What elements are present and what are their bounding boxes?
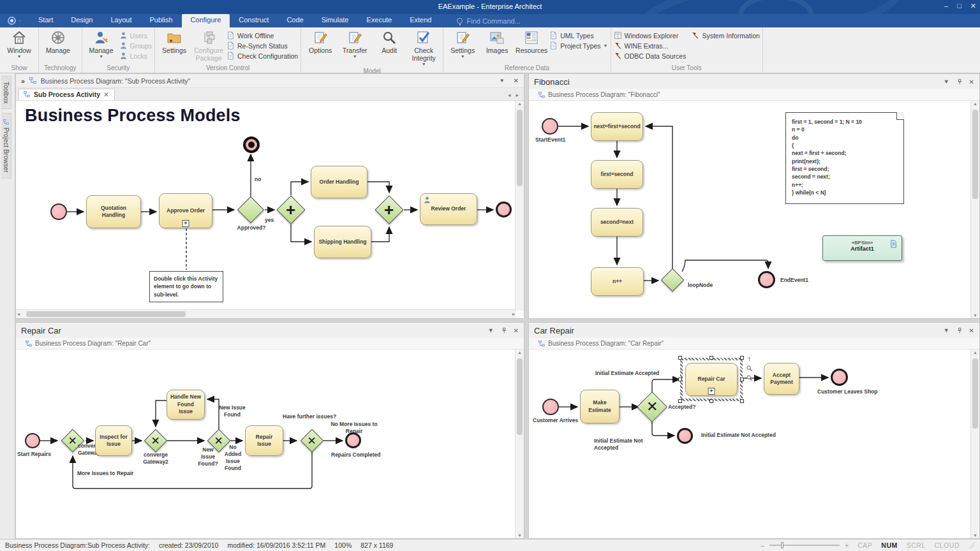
activity-shipping-handling[interactable]: Shipping Handling	[314, 226, 371, 258]
odbc-data-sources-button[interactable]: ODBC Data Sources	[614, 52, 687, 60]
window-button[interactable]: Window▼	[3, 29, 36, 59]
pane-menu-caret-icon[interactable]: ▼	[944, 327, 949, 334]
selection-handle[interactable]	[678, 399, 682, 403]
repair-car-canvas[interactable]: Start Repairs ✕ converge Gateway1 Inspec…	[16, 349, 516, 539]
pin-icon[interactable]	[956, 78, 963, 85]
pane-close-icon[interactable]: ✕	[514, 327, 519, 334]
tab-code[interactable]: Code	[278, 14, 312, 27]
images-button[interactable]: Images	[480, 29, 514, 54]
activity-approve-order[interactable]: Approve Order+	[159, 193, 212, 228]
activity-repair-car[interactable]: Repair Car+	[685, 363, 738, 396]
zoom-out-button[interactable]: –	[761, 541, 764, 549]
toolbox-docked-tab[interactable]: Toolbox	[1, 76, 11, 109]
find-command-box[interactable]: Find Command...	[457, 14, 520, 27]
tab-construct[interactable]: Construct	[230, 14, 278, 27]
minimize-button[interactable]: –	[944, 2, 948, 10]
gateway-accepted[interactable]: ✕	[637, 392, 667, 422]
selection-handle[interactable]	[740, 378, 744, 381]
car-repair-canvas[interactable]: Customer Arrives Make Estimate ✕ Accepte…	[529, 349, 972, 539]
transfer-button[interactable]: Transfer▼	[338, 29, 371, 59]
gateway-have-further-issues[interactable]: ✕	[301, 429, 324, 453]
audit-button[interactable]: Audit	[373, 29, 406, 54]
resources-button[interactable]: Resources	[515, 29, 548, 54]
tab-layout[interactable]: Layout	[101, 14, 140, 27]
fibonacci-canvas[interactable]: StartEvent1 next=first+second first=seco…	[529, 101, 972, 319]
pane-close-icon[interactable]: ✕	[969, 78, 974, 85]
zoom-in-button[interactable]: +	[845, 541, 849, 549]
tab-scroll-left-icon[interactable]: ◂	[508, 92, 511, 98]
close-button[interactable]: ✕	[970, 2, 976, 10]
project-browser-docked-tab[interactable]: Project Browser	[1, 113, 11, 179]
maximize-button[interactable]: □	[957, 2, 961, 10]
system-information-button[interactable]: System Information	[691, 31, 759, 40]
groups-button[interactable]: Groups	[119, 41, 152, 50]
resize-grip[interactable]	[969, 542, 975, 548]
parallel-gateway-split[interactable]: +	[276, 195, 305, 224]
activity-quotation-handling[interactable]: Quotation Handling	[86, 195, 141, 228]
end-event-customer-leaves[interactable]	[831, 369, 848, 386]
code-note[interactable]: first = 1, second = 1; N = 10 n = 0 do {…	[785, 112, 904, 204]
parallel-gateway-join[interactable]: +	[375, 195, 403, 224]
zoom-slider-thumb[interactable]	[781, 542, 783, 548]
tab-execute[interactable]: Execute	[357, 14, 401, 27]
link-icon[interactable]	[746, 365, 753, 372]
quick-action-icons[interactable]: ↑	[746, 355, 753, 381]
selection-handle[interactable]	[740, 356, 744, 360]
gateway-approved[interactable]	[237, 196, 264, 223]
options-button[interactable]: Options	[304, 29, 337, 54]
vertical-scrollbar[interactable]: ▴▾	[970, 349, 979, 539]
end-event-repairs-completed[interactable]	[345, 432, 361, 448]
up-arrow-icon[interactable]: ↑	[748, 355, 752, 362]
project-types-button[interactable]: Project Types▼	[549, 41, 607, 50]
vertical-scrollbar[interactable]: ▴▾	[970, 101, 979, 319]
tab-start[interactable]: Start	[29, 14, 62, 27]
configure-package-button[interactable]: Configure Package	[192, 29, 225, 62]
overflow-chevron-icon[interactable]: »	[21, 77, 25, 85]
resynch-status-button[interactable]: Re-Synch Status	[226, 41, 298, 50]
end-event[interactable]	[496, 202, 512, 217]
doc-menu-caret-icon[interactable]: ▼	[500, 78, 505, 84]
activity-second-next[interactable]: second=next	[591, 208, 643, 237]
wine-extras-button[interactable]: WINE Extras...	[614, 41, 687, 50]
activity-handle-new-found-issue[interactable]: Handle New Found Issue	[167, 390, 205, 420]
tab-configure[interactable]: Configure	[182, 14, 230, 27]
doc-close-icon[interactable]: ✕	[514, 77, 519, 84]
selection-handle[interactable]	[678, 356, 682, 360]
check-configuration-button[interactable]: Check Configuration	[226, 52, 298, 60]
gateway-converge2[interactable]: ✕	[144, 429, 168, 453]
users-button[interactable]: Users	[119, 31, 152, 40]
manage-security-button[interactable]: Manage▼	[85, 29, 118, 59]
refdata-settings-button[interactable]: Settings▼	[446, 29, 479, 59]
locks-button[interactable]: Locks	[119, 52, 152, 60]
pin-icon[interactable]	[956, 327, 963, 334]
start-event[interactable]	[25, 433, 40, 448]
pin-icon[interactable]	[500, 327, 507, 334]
activity-first-second[interactable]: first=second	[591, 160, 643, 189]
activity-order-handling[interactable]: Order Handling	[311, 166, 368, 198]
sub-process-canvas[interactable]: Business Process Models	[16, 101, 516, 311]
vertical-scrollbar[interactable]: ▴▾	[515, 349, 524, 539]
horizontal-scrollbar[interactable]: ◂▸	[16, 309, 516, 318]
activity-n-plus-plus[interactable]: n++	[591, 267, 644, 296]
zoom-icon[interactable]	[746, 374, 753, 381]
check-integrity-button[interactable]: Check Integrity▼	[407, 29, 440, 67]
end-event-not-accepted[interactable]	[677, 428, 693, 444]
tab-sub-process-activity[interactable]: Sub Process Activity ✕	[19, 89, 115, 100]
vertical-scrollbar[interactable]: ▴	[515, 101, 524, 311]
manage-technology-button[interactable]: Manage	[41, 29, 75, 54]
tab-simulate[interactable]: Simulate	[313, 14, 358, 27]
activity-review-order[interactable]: Review Order	[420, 193, 477, 225]
activity-inspect-for-issue[interactable]: Inspect for Issue	[95, 425, 132, 456]
work-offline-button[interactable]: Work Offline	[226, 31, 298, 40]
vc-settings-button[interactable]: Settings	[158, 29, 191, 54]
activity-make-estimate[interactable]: Make Estimate	[580, 390, 620, 423]
tab-close-icon[interactable]: ✕	[103, 91, 109, 98]
terminate-event[interactable]	[243, 136, 260, 153]
selection-handle[interactable]	[740, 399, 744, 403]
activity-next-first-second[interactable]: next=first+second	[591, 112, 643, 141]
tab-scroll-right-icon[interactable]: ▸	[516, 92, 519, 98]
activity-accept-payment[interactable]: Accept Payment	[764, 363, 799, 395]
tab-publish[interactable]: Publish	[141, 14, 182, 27]
note-double-click[interactable]: Double click this Activity element to go…	[149, 271, 223, 302]
selection-handle[interactable]	[709, 399, 713, 403]
